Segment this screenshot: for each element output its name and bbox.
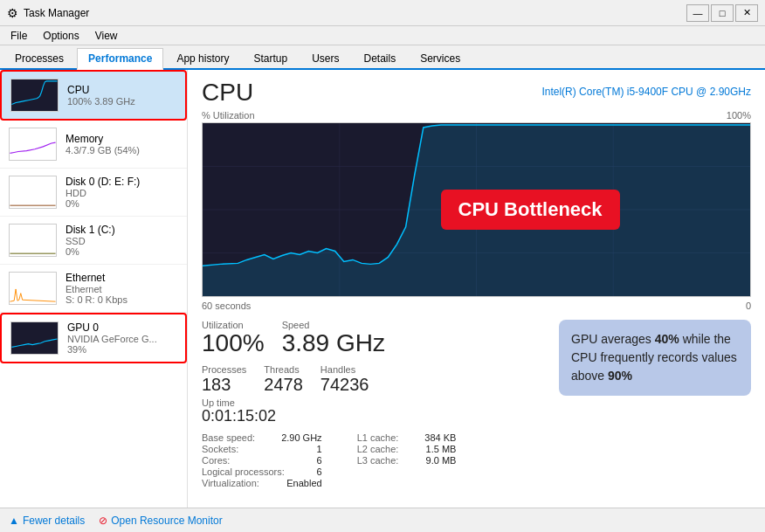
gpu-note: GPU averages 40% while the CPU frequentl… bbox=[559, 320, 751, 396]
stat-threads: Threads 2478 bbox=[264, 364, 303, 394]
tab-users[interactable]: Users bbox=[300, 48, 350, 68]
utilization-value: 100% bbox=[202, 330, 265, 357]
disk1-sidebar-info: Disk 1 (C:) SSD 0% bbox=[65, 224, 178, 257]
ethernet-sidebar-info: Ethernet Ethernet S: 0 R: 0 Kbps bbox=[65, 272, 178, 305]
menu-view[interactable]: View bbox=[88, 28, 125, 44]
detail-title: CPU bbox=[202, 79, 253, 107]
disk0-sidebar-detail1: HDD bbox=[65, 188, 178, 198]
title-bar: ⚙ Task Manager — □ ✕ bbox=[0, 0, 765, 26]
chart-time: 60 seconds 0 bbox=[202, 301, 751, 311]
handles-value: 74236 bbox=[320, 375, 369, 394]
sidebar-item-memory[interactable]: Memory 4.3/7.9 GB (54%) bbox=[0, 121, 187, 169]
close-button[interactable]: ✕ bbox=[735, 4, 758, 22]
speed-value: 3.89 GHz bbox=[282, 330, 385, 357]
detail-subtitle: Intel(R) Core(TM) i5-9400F CPU @ 2.90GHz bbox=[541, 86, 751, 98]
disk1-thumbnail bbox=[9, 224, 57, 257]
tab-services[interactable]: Services bbox=[409, 48, 472, 68]
menu-bar: File Options View bbox=[0, 26, 765, 45]
stat-processes: Processes 183 bbox=[202, 364, 246, 394]
info-l1: L1 cache: 384 KB bbox=[357, 432, 457, 443]
ethernet-thumbnail bbox=[9, 272, 57, 305]
gpu0-sidebar-detail1: NVIDIA GeForce G... bbox=[67, 334, 176, 344]
memory-sidebar-name: Memory bbox=[65, 133, 178, 145]
monitor-icon: ⊘ bbox=[99, 515, 107, 527]
maximize-button[interactable]: □ bbox=[711, 4, 734, 22]
tab-bar: Processes Performance App history Startu… bbox=[0, 45, 765, 70]
info-l3: L3 cache: 9.0 MB bbox=[357, 455, 457, 466]
chart-time-left: 60 seconds bbox=[202, 301, 251, 311]
info-virt: Virtualization: Enabled bbox=[202, 478, 322, 488]
ethernet-sidebar-name: Ethernet bbox=[65, 272, 178, 284]
menu-file[interactable]: File bbox=[3, 28, 34, 44]
stats-left: Utilization 100% Speed 3.89 GHz Processe… bbox=[202, 320, 545, 491]
processes-value: 183 bbox=[202, 375, 246, 394]
cpu-sidebar-name: CPU bbox=[67, 84, 176, 96]
tab-details[interactable]: Details bbox=[352, 48, 407, 68]
cpu-chart: CPU Bottleneck bbox=[202, 122, 751, 297]
memory-thumbnail bbox=[9, 128, 57, 161]
chart-time-right: 0 bbox=[746, 301, 751, 311]
menu-options[interactable]: Options bbox=[36, 28, 86, 44]
svg-marker-6 bbox=[203, 125, 750, 296]
gpu0-thumbnail bbox=[10, 321, 59, 355]
disk0-sidebar-info: Disk 0 (D: E: F:) HDD 0% bbox=[65, 176, 178, 209]
arrow-up-icon: ▲ bbox=[9, 515, 19, 527]
tab-performance[interactable]: Performance bbox=[77, 48, 163, 70]
stats-row2: Processes 183 Threads 2478 Handles 74236 bbox=[202, 364, 545, 394]
tab-startup[interactable]: Startup bbox=[242, 48, 299, 68]
disk0-thumbnail bbox=[9, 176, 57, 209]
open-resource-monitor-button[interactable]: ⊘ Open Resource Monitor bbox=[99, 515, 222, 527]
info-sockets: Sockets: 1 bbox=[202, 444, 322, 454]
sidebar-item-ethernet[interactable]: Ethernet Ethernet S: 0 R: 0 Kbps bbox=[0, 265, 187, 313]
app-icon: ⚙ bbox=[7, 6, 18, 20]
disk0-sidebar-detail2: 0% bbox=[65, 198, 178, 209]
sidebar-item-disk1[interactable]: Disk 1 (C:) SSD 0% bbox=[0, 217, 187, 265]
sidebar: CPU 100% 3.89 GHz Memory 4.3/7.9 GB (54%… bbox=[0, 70, 188, 508]
uptime-label: Up time bbox=[202, 397, 545, 408]
threads-value: 2478 bbox=[264, 375, 303, 394]
ethernet-sidebar-detail1: Ethernet bbox=[65, 284, 178, 294]
stats-row: Utilization 100% Speed 3.89 GHz bbox=[202, 320, 545, 357]
ethernet-sidebar-detail2: S: 0 R: 0 Kbps bbox=[65, 294, 178, 305]
tab-processes[interactable]: Processes bbox=[3, 48, 75, 68]
memory-sidebar-info: Memory 4.3/7.9 GB (54%) bbox=[65, 133, 178, 155]
threads-label: Threads bbox=[264, 364, 303, 375]
gpu0-sidebar-detail2: 39% bbox=[67, 344, 176, 355]
stat-speed: Speed 3.89 GHz bbox=[282, 320, 385, 357]
cpu-sidebar-info: CPU 100% 3.89 GHz bbox=[67, 84, 176, 107]
info-col-right: L1 cache: 384 KB L2 cache: 1.5 MB L3 cac… bbox=[357, 432, 457, 489]
stat-handles: Handles 74236 bbox=[320, 364, 369, 394]
info-row: Base speed: 2.90 GHz Sockets: 1 Cores: 6 bbox=[202, 432, 545, 489]
title-bar-title: Task Manager bbox=[24, 7, 89, 19]
processes-label: Processes bbox=[202, 364, 246, 375]
sidebar-item-gpu0[interactable]: GPU 0 NVIDIA GeForce G... 39% bbox=[0, 313, 187, 363]
detail-bottom: Utilization 100% Speed 3.89 GHz Processe… bbox=[202, 320, 751, 491]
disk1-sidebar-name: Disk 1 (C:) bbox=[65, 224, 178, 236]
cpu-thumbnail bbox=[10, 79, 59, 112]
sidebar-item-disk0[interactable]: Disk 0 (D: E: F:) HDD 0% bbox=[0, 169, 187, 217]
disk0-sidebar-name: Disk 0 (D: E: F:) bbox=[65, 176, 178, 188]
info-base-speed: Base speed: 2.90 GHz bbox=[202, 432, 322, 443]
memory-sidebar-detail: 4.3/7.9 GB (54%) bbox=[65, 145, 178, 155]
gpu0-sidebar-info: GPU 0 NVIDIA GeForce G... 39% bbox=[67, 321, 176, 355]
chart-y-label: % Utilization 100% bbox=[202, 110, 751, 121]
disk1-sidebar-detail2: 0% bbox=[65, 246, 178, 257]
disk1-sidebar-detail1: SSD bbox=[65, 236, 178, 246]
detail-panel: CPU Intel(R) Core(TM) i5-9400F CPU @ 2.9… bbox=[188, 70, 765, 508]
minimize-button[interactable]: — bbox=[686, 4, 709, 22]
uptime-group: Up time 0:01:15:02 bbox=[202, 397, 545, 425]
info-logical: Logical processors: 6 bbox=[202, 466, 322, 477]
bottom-bar: ▲ Fewer details ⊘ Open Resource Monitor bbox=[0, 508, 765, 532]
info-l2: L2 cache: 1.5 MB bbox=[357, 444, 457, 454]
tab-apphistory[interactable]: App history bbox=[165, 48, 240, 68]
cpu-sidebar-detail: 100% 3.89 GHz bbox=[67, 96, 176, 107]
detail-header: CPU Intel(R) Core(TM) i5-9400F CPU @ 2.9… bbox=[202, 79, 751, 107]
main-content: CPU 100% 3.89 GHz Memory 4.3/7.9 GB (54%… bbox=[0, 70, 765, 508]
fewer-details-button[interactable]: ▲ Fewer details bbox=[9, 515, 85, 527]
info-col-left: Base speed: 2.90 GHz Sockets: 1 Cores: 6 bbox=[202, 432, 322, 489]
info-cores: Cores: 6 bbox=[202, 455, 322, 466]
stat-utilization: Utilization 100% bbox=[202, 320, 265, 357]
gpu0-sidebar-name: GPU 0 bbox=[67, 321, 176, 334]
sidebar-item-cpu[interactable]: CPU 100% 3.89 GHz bbox=[0, 70, 187, 121]
handles-label: Handles bbox=[320, 364, 369, 375]
